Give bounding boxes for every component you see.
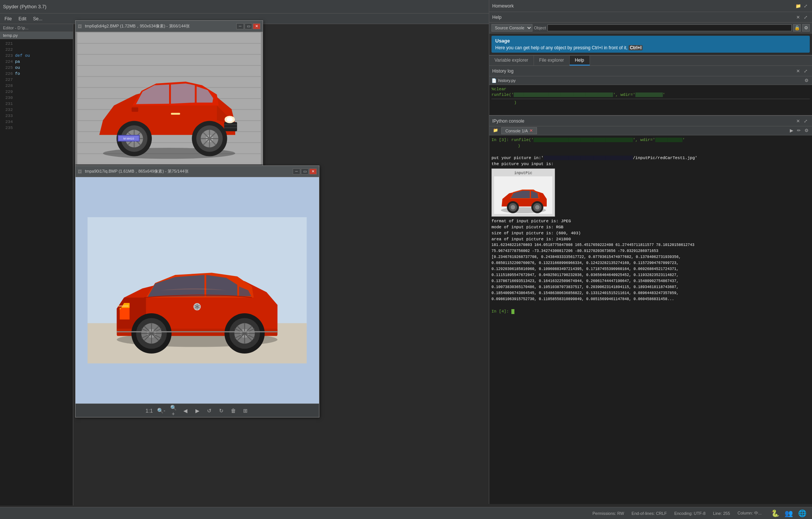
history-filename: history.py bbox=[498, 78, 516, 83]
tab-help[interactable]: Help bbox=[570, 56, 590, 65]
viewer-2-restore[interactable]: ▭ bbox=[301, 168, 308, 175]
status-icon-3[interactable]: 🌐 bbox=[796, 508, 808, 519]
viewer-1-restore[interactable]: ▭ bbox=[245, 23, 252, 29]
history-header-icons: ✕ ⤢ bbox=[795, 68, 809, 74]
editor-code: 221 222 223def ou 224 pa 225 ou 226 fo 2… bbox=[0, 39, 73, 505]
history-section: History log ✕ ⤢ 📄 history.py ⚙ %clear ru… bbox=[489, 66, 812, 116]
zoom-in-button-2[interactable]: 🔍+ bbox=[169, 406, 178, 415]
code-line-230: 230 bbox=[2, 95, 71, 101]
console-run-icon[interactable]: ▶ bbox=[788, 127, 795, 134]
console-settings-icon[interactable]: ⚙ bbox=[803, 127, 810, 134]
viewer-1-close[interactable]: ✕ bbox=[253, 23, 260, 29]
svg-rect-2 bbox=[77, 43, 261, 44]
help-usage-title: Usage bbox=[495, 38, 806, 44]
console-folder-icon[interactable]: 📁 bbox=[491, 127, 500, 134]
help-expand-icon[interactable]: ⤢ bbox=[802, 14, 809, 21]
menu-edit[interactable]: Edit bbox=[15, 15, 29, 23]
code-line-231: 231 bbox=[2, 101, 71, 107]
console-data-8: 0.10073830365170486, 0.10510387073837517… bbox=[491, 284, 810, 290]
help-title: Help bbox=[492, 15, 502, 20]
history-line-runfile: runfile('███████████████████████████████… bbox=[491, 92, 810, 98]
help-header-icons: ✕ ⤢ bbox=[795, 14, 809, 21]
zoom-1to1-button-2[interactable]: 1:1 bbox=[145, 406, 154, 415]
viewer-2-minimize[interactable]: ─ bbox=[293, 168, 300, 175]
console-tab-1[interactable]: Console 1/A ✕ bbox=[501, 127, 537, 134]
usage-key-hint: Ctrl+I bbox=[629, 45, 643, 50]
next-image-button-2[interactable]: ▶ bbox=[193, 406, 202, 415]
editor-tab[interactable]: temp.py bbox=[0, 32, 73, 39]
rotate-left-button-2[interactable]: ↺ bbox=[205, 406, 214, 415]
svg-rect-39 bbox=[132, 107, 138, 112]
svg-rect-11 bbox=[77, 142, 261, 143]
code-line-223: 223def ou bbox=[2, 53, 71, 59]
status-icon-1[interactable]: 🐍 bbox=[769, 508, 781, 519]
history-expand-icon[interactable]: ⤢ bbox=[802, 68, 809, 74]
history-file-bar: 📄 history.py ⚙ bbox=[489, 76, 812, 85]
tab-file-explorer[interactable]: File explorer bbox=[534, 56, 570, 65]
status-bar: Permissions: RW End-of-lines: CRLF Encod… bbox=[0, 507, 812, 519]
viewer-1-title: tmp6q6di4g2.BMP (1.72MB，950x634像素) - 第66… bbox=[85, 23, 235, 29]
zoom-out-button-2[interactable]: 🔍- bbox=[157, 406, 166, 415]
source-console-select[interactable]: Source Console bbox=[491, 24, 532, 32]
history-close-icon[interactable]: ✕ bbox=[795, 68, 801, 74]
viewer-1-minimize[interactable]: ─ bbox=[236, 23, 244, 29]
svg-rect-14 bbox=[224, 122, 237, 131]
rotate-right-button-2[interactable]: ↻ bbox=[217, 406, 226, 415]
homework-expand-icon[interactable]: ⤢ bbox=[802, 3, 809, 9]
viewer-2-title-bar: 🖼 tmpa90i17iq.BMP (1.61MB，865x649像素) - 第… bbox=[76, 166, 319, 177]
image-viewer-1: 🖼 tmp6q6di4g2.BMP (1.72MB，950x634像素) - 第… bbox=[75, 20, 263, 178]
prev-image-button-2[interactable]: ◀ bbox=[181, 406, 190, 415]
delete-image-button-2[interactable]: 🗑 bbox=[229, 406, 238, 415]
history-line-clear: %clear bbox=[491, 86, 810, 92]
input-pic-container: inputPic bbox=[491, 168, 555, 217]
svg-point-75 bbox=[511, 205, 515, 209]
right-panel: Homework 📁 ⤢ Help ✕ ⤢ Source Console Obj… bbox=[489, 0, 812, 504]
homework-title: Homework bbox=[492, 3, 514, 9]
viewer-2-close[interactable]: ✕ bbox=[309, 168, 317, 175]
status-icon-2[interactable]: 👥 bbox=[783, 508, 795, 519]
console-expand-icon[interactable]: ⤢ bbox=[802, 118, 809, 124]
status-bar-icons: 🐍 👥 🌐 bbox=[769, 508, 808, 519]
help-settings-icon[interactable]: ⚙ bbox=[802, 24, 810, 32]
homework-folder-icon[interactable]: 📁 bbox=[795, 3, 801, 9]
svg-rect-1 bbox=[77, 32, 261, 33]
menu-file[interactable]: File bbox=[2, 15, 15, 23]
help-header: Help ✕ ⤢ bbox=[489, 12, 812, 23]
viewer-2-icon: 🖼 bbox=[78, 169, 82, 174]
object-input[interactable] bbox=[547, 24, 792, 31]
menu-se[interactable]: Se... bbox=[30, 15, 45, 23]
history-settings-icon[interactable]: ⚙ bbox=[803, 77, 810, 84]
console-edit-icon[interactable]: ✏ bbox=[795, 127, 802, 134]
status-permissions: Permissions: RW bbox=[593, 511, 624, 516]
console-close-icon[interactable]: ✕ bbox=[795, 118, 801, 124]
tab-variable-explorer[interactable]: Variable explorer bbox=[489, 56, 534, 65]
code-line-228: 228 bbox=[2, 83, 71, 89]
car-1-image: M M410 bbox=[76, 32, 263, 164]
console-data-7: 0.13786716693513423, 0.16416322509674944… bbox=[491, 278, 810, 284]
svg-rect-69 bbox=[117, 331, 278, 332]
code-line-225: 225 ou bbox=[2, 65, 71, 71]
console-put-picture: put your picture in:'███████████████████… bbox=[491, 155, 810, 161]
help-lock-icon[interactable]: 🔒 bbox=[793, 24, 801, 32]
image-viewer-2: 🖼 tmpa90i17iq.BMP (1.61MB，865x649像素) - 第… bbox=[75, 165, 319, 417]
console-data-5: 0.12920306185816960, 0.10960883497214395… bbox=[491, 266, 810, 272]
editor-panel: Editor - D:\p... temp.py 221 222 223def … bbox=[0, 24, 73, 505]
console-blank2 bbox=[491, 302, 810, 308]
code-line-233: 233 bbox=[2, 113, 71, 119]
console-title: IPython console bbox=[492, 118, 524, 124]
car-2-image bbox=[88, 194, 307, 387]
code-line-235: 235 bbox=[2, 125, 71, 131]
history-title: History log bbox=[492, 68, 514, 74]
help-close-icon[interactable]: ✕ bbox=[795, 14, 801, 21]
viewer-2-image-area bbox=[76, 177, 319, 404]
svg-rect-3 bbox=[77, 54, 261, 55]
code-line-234: 234 bbox=[2, 119, 71, 125]
console-tab-icons: ▶ ✏ ⚙ bbox=[788, 127, 810, 134]
console-picture-input: the picture you input is: bbox=[491, 161, 810, 167]
viewer-1-controls: ─ ▭ ✕ bbox=[236, 23, 260, 29]
grid-view-button-2[interactable]: ⊞ bbox=[241, 406, 250, 415]
console-tab-close[interactable]: ✕ bbox=[529, 128, 533, 133]
console-area: area of input picture is: 241800 bbox=[491, 236, 810, 242]
code-line-227: 227 bbox=[2, 77, 71, 83]
code-line-221: 221 bbox=[2, 41, 71, 47]
